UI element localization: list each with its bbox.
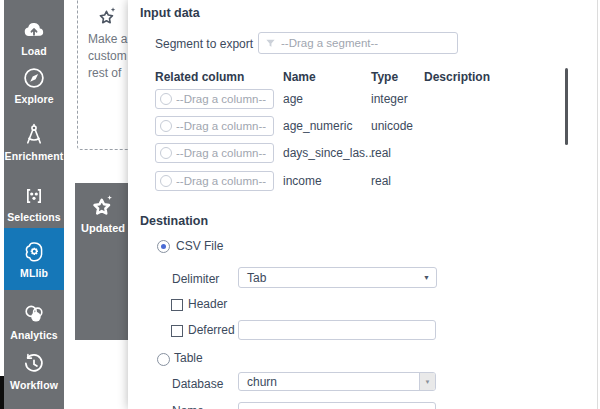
column-drop-input[interactable]: --Drag a column--: [155, 171, 274, 191]
star-icon: [88, 191, 118, 225]
compass-icon: [21, 65, 47, 91]
delimiter-value: Tab: [247, 271, 266, 285]
column-type: integer: [371, 92, 408, 106]
selections-dots-icon: [22, 183, 46, 209]
name-field-input[interactable]: [238, 402, 436, 409]
drafting-compass-icon: [21, 122, 47, 148]
chevron-down-icon: ▼: [423, 274, 430, 281]
chevron-down-icon: ▼: [425, 379, 431, 385]
sidebar-item-workflow[interactable]: Workflow: [4, 351, 64, 391]
sidebar-item-load[interactable]: Load: [4, 17, 64, 57]
column-type: unicode: [371, 119, 413, 133]
scrollbar-thumb[interactable]: [565, 68, 568, 145]
sidebar-item-label: Workflow: [10, 379, 58, 391]
sidebar-item-mllib[interactable]: MLlib: [4, 228, 64, 290]
header-checkbox[interactable]: [171, 299, 183, 311]
column-drop-placeholder: --Drag a column--: [176, 147, 266, 159]
header-type: Type: [371, 70, 398, 84]
column-drop-input[interactable]: --Drag a column--: [155, 116, 274, 136]
header-name: Name: [283, 70, 316, 84]
delimiter-label: Delimiter: [172, 272, 219, 286]
segment-placeholder: --Drag a segment--: [281, 37, 378, 49]
delimiter-select[interactable]: Tab ▼: [238, 267, 437, 288]
sidebar-item-selections[interactable]: Selections: [4, 183, 64, 223]
column-name: age_numeric: [283, 119, 352, 133]
table-label: Table: [174, 351, 203, 365]
column-drop-placeholder: --Drag a column--: [176, 175, 266, 187]
segment-to-export-label: Segment to export: [155, 37, 253, 51]
column-type: real: [371, 174, 391, 188]
template-card-text: custom: [88, 49, 127, 63]
template-card-text: rest of: [88, 66, 121, 80]
column-name: age: [283, 92, 303, 106]
screen: Make a custom rest of Updated Load: [0, 0, 600, 409]
sidebar-item-analytics[interactable]: Analytics: [4, 301, 64, 341]
database-label: Database: [172, 377, 223, 391]
sidebar: Load Explore Enrichment: [4, 0, 64, 409]
window-right-edge: [597, 0, 598, 409]
destination-title: Destination: [140, 214, 208, 228]
column-name: income: [283, 174, 322, 188]
column-name: days_since_las...: [283, 146, 375, 160]
header-label: Header: [188, 297, 227, 311]
deferred-input[interactable]: [238, 320, 436, 340]
header-related-column: Related column: [155, 70, 244, 84]
drop-circle-icon: [160, 120, 172, 132]
csv-file-label: CSV File: [176, 239, 223, 253]
updated-node-tile[interactable]: Updated: [75, 183, 133, 340]
database-combobox[interactable]: churn ▼: [238, 372, 436, 391]
segment-drop-input[interactable]: --Drag a segment--: [258, 32, 458, 54]
radio-dot: [161, 244, 166, 249]
drop-circle-icon: [160, 147, 172, 159]
export-config-panel: Input data Segment to export --Drag a se…: [128, 0, 600, 409]
column-drop-placeholder: --Drag a column--: [176, 93, 266, 105]
deferred-checkbox[interactable]: [171, 325, 183, 337]
sidebar-item-label: MLlib: [20, 267, 48, 279]
input-data-title: Input data: [140, 6, 200, 20]
history-clock-icon: [21, 351, 47, 377]
name-field-label: Name: [172, 404, 204, 409]
cloud-upload-icon: [21, 17, 47, 43]
csv-file-radio[interactable]: [157, 240, 170, 253]
header-description: Description: [424, 70, 490, 84]
column-drop-placeholder: --Drag a column--: [176, 120, 266, 132]
deferred-label: Deferred: [188, 323, 235, 337]
drop-circle-icon: [160, 93, 172, 105]
sidebar-item-enrichment[interactable]: Enrichment: [4, 122, 64, 162]
combo-dropdown-button[interactable]: ▼: [419, 373, 435, 390]
overlapping-circles-icon: [21, 301, 47, 327]
column-type: real: [371, 146, 391, 160]
brain-gear-icon: [21, 239, 47, 265]
column-drop-input[interactable]: --Drag a column--: [155, 89, 274, 109]
funnel-icon: [265, 38, 276, 49]
sparkle-star-icon: [95, 4, 120, 33]
updated-node-label: Updated: [75, 222, 133, 234]
sidebar-item-label: Load: [21, 45, 46, 57]
sidebar-item-label: Enrichment: [5, 150, 64, 162]
template-card-text: Make a: [88, 32, 127, 46]
drop-circle-icon: [160, 175, 172, 187]
sidebar-item-label: Analytics: [10, 329, 58, 341]
table-radio[interactable]: [157, 353, 170, 366]
column-drop-input[interactable]: --Drag a column--: [155, 143, 274, 163]
database-value: churn: [239, 375, 277, 389]
sidebar-item-label: Selections: [7, 211, 61, 223]
sidebar-item-label: Explore: [14, 93, 53, 105]
sidebar-item-explore[interactable]: Explore: [4, 65, 64, 105]
